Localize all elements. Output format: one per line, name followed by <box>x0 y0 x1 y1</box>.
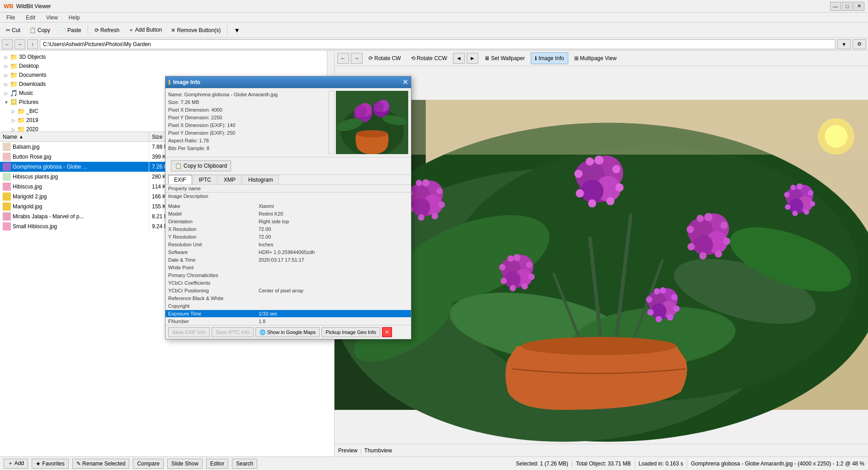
table-row[interactable]: Copyright <box>165 302 411 310</box>
svg-point-65 <box>793 211 798 216</box>
copy-section: 📋 Copy to Clipboard <box>165 157 411 175</box>
tree-item-3dobjects[interactable]: ▷ 📁 3D Objects <box>0 52 334 61</box>
value-cell <box>256 272 411 279</box>
table-row[interactable]: Software HDR+ 1.0.259844065zdh <box>165 249 411 256</box>
filter-button[interactable]: ▼ <box>230 24 244 36</box>
editor-btn[interactable]: Editor <box>206 459 228 469</box>
property-cell: Image Description <box>165 193 256 200</box>
svg-point-77 <box>522 283 528 290</box>
nav-up-btn[interactable]: ↑ <box>27 39 38 49</box>
address-input[interactable] <box>40 39 835 49</box>
table-row[interactable]: Resolution Unit Inches <box>165 241 411 249</box>
table-row[interactable]: White Point <box>165 264 411 272</box>
table-row-selected[interactable]: Exposure Time 1/33 sec <box>165 310 411 318</box>
file-thumbnail <box>3 183 11 191</box>
remove-button[interactable]: ✕ Remove Button(s) <box>167 24 225 36</box>
add-btn[interactable]: ＋ Add <box>4 459 28 469</box>
svg-point-79 <box>500 277 507 284</box>
refresh-button[interactable]: ⟳ Refresh <box>90 24 123 36</box>
maximize-btn[interactable]: □ <box>842 2 853 11</box>
svg-point-25 <box>432 213 438 219</box>
rotate-cw-btn[interactable]: ⟳ Rotate CW <box>364 52 405 64</box>
menu-view[interactable]: View <box>43 14 61 22</box>
menu-edit[interactable]: Edit <box>23 14 38 22</box>
set-wallpaper-btn[interactable]: 🖥 Set Wallpaper <box>480 52 529 64</box>
paste-button[interactable]: 📄 Paste <box>55 24 85 36</box>
svg-point-74 <box>513 254 520 261</box>
modal-close-btn[interactable]: ✕ <box>402 79 408 86</box>
save-exif-btn[interactable]: Save EXIF Info <box>168 327 210 337</box>
rename-btn[interactable]: ✎ Rename Selected <box>72 459 130 469</box>
folder-icon: 📁 <box>10 71 17 79</box>
table-row[interactable]: YCbCr Coefficients <box>165 279 411 287</box>
table-row[interactable]: FNumber 1.8 <box>165 318 411 325</box>
exif-table: Property name Image Description Make <box>165 185 411 325</box>
rotate-cw-icon: ⟳ <box>368 55 373 61</box>
table-row[interactable]: Model Redmi K20 <box>165 210 411 218</box>
svg-point-78 <box>509 285 516 291</box>
file-name-cell: Button Rose.jpg <box>0 152 149 162</box>
image-info-modal[interactable]: ℹ Image Info ✕ Name: Gomphrena globosa -… <box>165 76 411 339</box>
tab-exif[interactable]: EXIF <box>168 175 192 184</box>
svg-point-67 <box>784 192 789 197</box>
pickup-geo-btn[interactable]: Pickup Image Geo Info <box>321 327 380 337</box>
svg-point-64 <box>804 209 809 215</box>
page-prev-btn[interactable]: ◄ <box>453 53 465 64</box>
svg-point-76 <box>528 273 535 280</box>
page-next-btn[interactable]: ► <box>467 53 478 64</box>
table-row[interactable]: YCbCr Positioning Center of pixel array <box>165 287 411 295</box>
table-row[interactable]: X Resolution 72.00 <box>165 226 411 233</box>
svg-point-51 <box>715 250 722 258</box>
file-name-cell: Small Hibiscus.jpg <box>0 221 149 231</box>
nav-forward-btn[interactable]: → <box>14 39 25 49</box>
table-row[interactable]: Y Resolution 72.00 <box>165 233 411 241</box>
tree-item-desktop[interactable]: ▷ 📁 Desktop <box>0 61 334 70</box>
table-row[interactable]: Date & Time 2020:03:17 17:51:17 <box>165 256 411 264</box>
table-row[interactable]: Reference Black & White <box>165 295 411 302</box>
svg-point-60 <box>789 198 803 213</box>
table-row[interactable]: Primary Chromaticities <box>165 272 411 279</box>
search-btn[interactable]: Search <box>232 459 257 469</box>
svg-point-68 <box>791 185 796 190</box>
compare-btn[interactable]: Compare <box>133 459 163 469</box>
svg-point-62 <box>808 190 813 196</box>
nav-back-btn[interactable]: ← <box>2 39 13 49</box>
copy-clipboard-btn[interactable]: 📋 Copy to Clipboard <box>171 160 231 171</box>
main-layout: ▷ 📁 3D Objects ▷ 📁 Desktop ▷ 📁 Documents… <box>0 51 868 456</box>
address-go-btn[interactable]: ▼ <box>837 39 851 49</box>
tab-xmp[interactable]: XMP <box>218 175 241 184</box>
app-icon: WB <box>4 3 14 9</box>
image-forward-btn[interactable]: → <box>351 53 363 64</box>
minimize-btn[interactable]: — <box>830 2 841 11</box>
delete-geo-btn[interactable]: ✕ <box>382 327 392 337</box>
multipage-view-btn[interactable]: ⊞ Multipage View <box>570 52 621 64</box>
thumbnail-image <box>336 91 408 154</box>
table-row[interactable]: Image Description <box>165 193 411 200</box>
menu-help[interactable]: Help <box>66 14 83 22</box>
address-options-btn[interactable]: ⚙ <box>853 39 866 49</box>
favorites-btn[interactable]: ★ Favorites <box>32 459 69 469</box>
image-info-btn[interactable]: ℹ Image Info <box>531 52 568 64</box>
info-scrollbar[interactable] <box>329 91 334 154</box>
exif-table-container[interactable]: Property name Image Description Make <box>165 185 411 325</box>
rotate-ccw-btn[interactable]: ⟲ Rotate CCW <box>407 52 451 64</box>
add-button[interactable]: ＋ Add Button <box>124 24 166 36</box>
show-google-btn[interactable]: 🌐 Show in Google Maps <box>255 327 320 337</box>
table-row[interactable]: Make Xiaomi <box>165 202 411 210</box>
svg-point-24 <box>439 202 445 208</box>
copy-button[interactable]: 📋 Copy <box>25 24 54 36</box>
menu-file[interactable]: File <box>4 14 18 22</box>
table-row[interactable]: Orientation Right side top <box>165 218 411 226</box>
tab-histogram[interactable]: Histogram <box>242 175 279 184</box>
file-name-cell: Marigold.jpg <box>0 202 149 212</box>
slideshow-btn[interactable]: Slide Show <box>167 459 203 469</box>
value-cell: HDR+ 1.0.259844065zdh <box>256 249 411 256</box>
col-name[interactable]: Name ▲ <box>0 132 149 141</box>
cut-button[interactable]: ✂ Cut <box>2 24 24 36</box>
close-btn[interactable]: ✕ <box>854 2 864 11</box>
tab-iptc[interactable]: IPTC <box>193 175 217 184</box>
preview-label: Preview <box>338 447 358 454</box>
value-cell <box>256 295 411 302</box>
save-iptc-btn[interactable]: Save IPTC Info <box>212 327 254 337</box>
image-back-btn[interactable]: ← <box>337 53 349 64</box>
